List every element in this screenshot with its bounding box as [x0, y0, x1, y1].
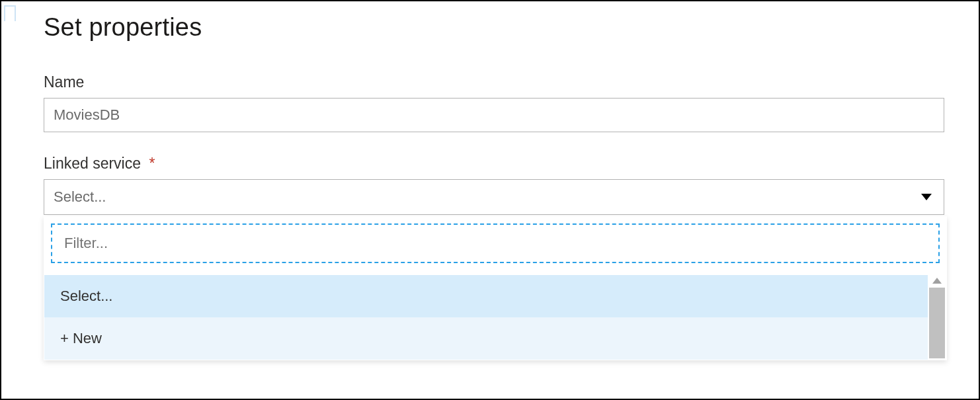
- name-label: Name: [44, 73, 944, 91]
- dropdown-options-container: Select... + New: [44, 275, 946, 360]
- option-new[interactable]: + New: [44, 317, 928, 360]
- linked-service-dropdown: Select... + New: [44, 216, 947, 360]
- linked-service-filter-input[interactable]: [51, 223, 940, 263]
- linked-service-field-group: Linked service * Select... Select... +: [44, 155, 944, 215]
- name-input[interactable]: [44, 98, 944, 132]
- option-select-placeholder[interactable]: Select...: [44, 275, 928, 317]
- option-select-label: Select...: [60, 288, 112, 305]
- left-panel-sliver: [4, 5, 16, 21]
- linked-service-select-value: Select...: [54, 188, 106, 206]
- linked-service-label: Linked service *: [44, 155, 944, 173]
- option-new-label: + New: [60, 330, 102, 347]
- linked-service-label-text: Linked service: [44, 155, 141, 172]
- scroll-thumb[interactable]: [929, 288, 945, 358]
- required-asterisk: *: [149, 155, 155, 172]
- scroll-up-arrow-icon: [932, 278, 942, 284]
- name-field-group: Name: [44, 73, 944, 132]
- page-title: Set properties: [44, 13, 944, 42]
- linked-service-select[interactable]: Select...: [44, 179, 944, 215]
- linked-service-select-wrap: Select... Select... + New: [44, 179, 944, 215]
- chevron-down-icon: [921, 194, 932, 200]
- dropdown-scrollbar[interactable]: [929, 275, 945, 360]
- properties-panel-frame: Set properties Name Linked service * Sel…: [0, 0, 980, 400]
- properties-panel: Set properties Name Linked service * Sel…: [1, 1, 979, 215]
